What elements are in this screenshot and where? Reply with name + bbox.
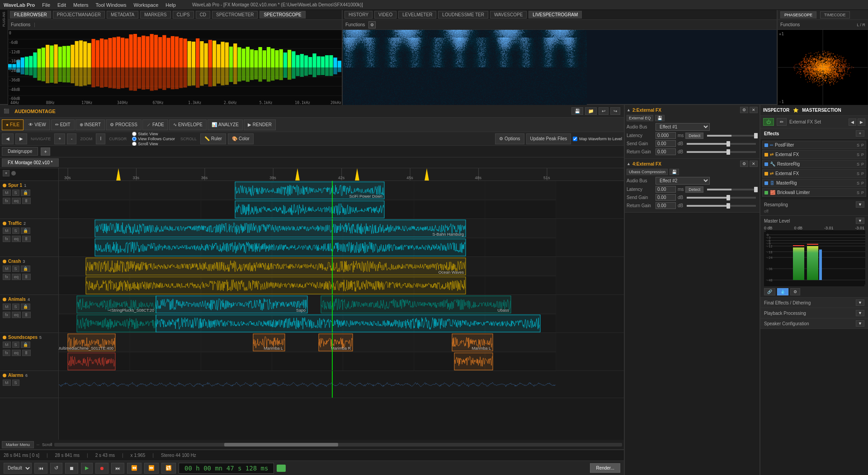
static-view-radio[interactable]: [132, 132, 137, 136]
edit-btn[interactable]: ✏ EDIT: [51, 119, 75, 130]
analysis-functions-label[interactable]: Functions: [345, 22, 365, 27]
phasescope-functions-label[interactable]: Functions: [780, 22, 800, 27]
track-1-solo[interactable]: S: [12, 190, 19, 196]
open-btn[interactable]: 📁: [585, 107, 597, 115]
track-6-solo[interactable]: S: [12, 380, 19, 386]
fx2-settings-btn[interactable]: ⚙: [740, 161, 748, 167]
track-5-mute[interactable]: M: [3, 342, 11, 348]
fx1-detect-btn[interactable]: Detect: [685, 133, 703, 139]
ruler-btn[interactable]: 📏 Ruler: [200, 133, 226, 144]
undo-btn[interactable]: ↩: [599, 107, 609, 115]
map-waveform-option[interactable]: Map Waveform to Level: [573, 137, 622, 141]
fx2-latency-value[interactable]: [656, 186, 676, 193]
record-btn[interactable]: ⏺: [95, 463, 108, 474]
tab-projectmanager[interactable]: PROJECTMANAGER: [53, 11, 105, 19]
effect-restorerig[interactable]: 🔧 RestoreRig S P: [762, 160, 866, 168]
analysis-settings-btn[interactable]: ⚙: [368, 21, 376, 28]
track-4-lane[interactable]: [59, 295, 624, 333]
fx1-sendgain-slider[interactable]: [687, 143, 756, 145]
fx2-eq-btn[interactable]: Ubass Compression: [627, 169, 668, 175]
effect-externalfx1[interactable]: ⇄ External FX S P: [762, 150, 866, 159]
menu-edit[interactable]: Edit: [57, 2, 66, 8]
map-waveform-checkbox[interactable]: [573, 137, 577, 141]
render-btn[interactable]: ▶ RENDER: [244, 119, 276, 130]
scroll-view-option[interactable]: Scroll View: [132, 142, 175, 146]
speaker-config-expand-btn[interactable]: ▼: [856, 320, 864, 327]
track-5-lane[interactable]: [59, 333, 624, 371]
track-5-fx[interactable]: fx: [3, 350, 10, 356]
tab-clips[interactable]: CLIPS: [173, 11, 194, 19]
color-btn[interactable]: 🎨 Color: [228, 133, 254, 144]
tab-phasescope[interactable]: PHASESCOPE: [780, 11, 816, 19]
track-1-eq[interactable]: eq: [12, 198, 21, 204]
track-4-solo[interactable]: S: [12, 304, 19, 310]
master-level-water-btn[interactable]: 💧: [777, 288, 788, 295]
marker-menu-btn[interactable]: Marker Menu: [2, 441, 34, 448]
fx2-sendgain-slider[interactable]: [687, 197, 756, 199]
prev-marker-btn[interactable]: ⏪: [127, 463, 142, 474]
fx2-returngain-value[interactable]: [656, 202, 676, 209]
options-btn[interactable]: ⚙ Options: [495, 133, 524, 144]
back-btn[interactable]: ◀: [2, 133, 14, 144]
playback-processing-header[interactable]: Playback Processing ▼: [760, 308, 868, 318]
effect-masterrig[interactable]: 🎛 MasterRig S P: [762, 179, 866, 187]
tab-timecode[interactable]: TIMECODE: [820, 11, 850, 19]
track-3-eq[interactable]: eq: [12, 274, 21, 280]
zoom-in-btn[interactable]: +: [54, 133, 65, 144]
goto-start-btn[interactable]: ⏮: [34, 463, 47, 474]
fx1-sendgain-value[interactable]: [656, 140, 676, 147]
track-2-solo[interactable]: S: [12, 228, 19, 234]
master-level-link-btn[interactable]: 🔗: [764, 288, 775, 295]
dateigruppe-tab[interactable]: Dateigruppe: [2, 147, 38, 156]
scroll-thumb[interactable]: [224, 443, 338, 446]
effect-postfilter[interactable]: ═ PostFilter S P: [762, 141, 866, 149]
final-effects-header[interactable]: Final Effects / Dithering ▼: [760, 298, 868, 308]
play-btn[interactable]: ▶: [81, 463, 93, 474]
menu-help[interactable]: Help: [165, 2, 176, 8]
fx1-settings-btn[interactable]: ⚙: [740, 107, 748, 113]
track-1-lane[interactable]: [59, 181, 624, 219]
tab-loudnessmeter[interactable]: LOUDNESSME TER: [438, 11, 488, 19]
envelope-btn[interactable]: ∿ ENVELOPE: [169, 119, 207, 130]
track-3-fx[interactable]: fx: [3, 274, 10, 280]
fx1-save-btn[interactable]: 💾: [655, 115, 665, 121]
fx2-close-btn[interactable]: ✕: [750, 161, 758, 167]
cursor-btn[interactable]: I: [96, 133, 105, 144]
track-5-lock[interactable]: 🔒: [21, 342, 30, 348]
track-1-mute[interactable]: M: [3, 190, 11, 196]
master-level-expand-btn[interactable]: ▼: [856, 218, 864, 224]
final-effects-expand-btn[interactable]: ▼: [856, 299, 864, 306]
insert-btn[interactable]: ⊕ INSERT: [75, 119, 105, 130]
tab-history[interactable]: HISTORY: [344, 11, 373, 19]
track-4-pan[interactable]: 🎚: [22, 312, 31, 318]
fx1-returngain-value[interactable]: [656, 148, 676, 155]
add-group-btn[interactable]: +: [41, 147, 50, 156]
zoom-out-btn[interactable]: -: [67, 133, 76, 144]
process-btn[interactable]: ⚙ PROCESS: [106, 119, 142, 130]
fx2-save-btn[interactable]: 💾: [670, 169, 679, 175]
track-2-lane[interactable]: [59, 219, 624, 257]
track-1-lock[interactable]: 🔒: [21, 190, 30, 196]
playback-processing-expand-btn[interactable]: ▼: [856, 310, 864, 316]
menu-workspace[interactable]: Workspace: [133, 2, 158, 8]
track-1-fx[interactable]: fx: [3, 198, 10, 204]
tab-spectrometer[interactable]: SPECTROMETER: [212, 11, 258, 19]
tab-levelmeter[interactable]: LEVELMETER: [398, 11, 436, 19]
goto-end-btn[interactable]: ⏭: [111, 463, 124, 474]
fx2-detect-btn[interactable]: Detect: [685, 186, 703, 193]
view-follows-radio[interactable]: [132, 137, 137, 141]
preset-select[interactable]: Default: [4, 463, 32, 474]
add-track-btn[interactable]: +: [3, 170, 9, 176]
track-4-mute[interactable]: M: [3, 304, 11, 310]
stop-btn[interactable]: ⏹: [65, 463, 78, 474]
track-2-mute[interactable]: M: [3, 228, 11, 234]
fx-set-next-btn[interactable]: ▶: [858, 119, 865, 126]
tab-livespectrogram[interactable]: LIVESPECTROGRAM: [528, 11, 582, 19]
track-4-lock[interactable]: 🔒: [21, 304, 30, 310]
fade-btn[interactable]: ⟋ FADE: [142, 119, 168, 130]
tab-spectroscope[interactable]: SPECTROSCOPE: [259, 11, 305, 19]
track-3-solo[interactable]: S: [12, 266, 19, 272]
tab-markers[interactable]: MARKERS: [140, 11, 170, 19]
track-4-fx[interactable]: fx: [3, 312, 10, 318]
edit-fx-btn[interactable]: ✏: [777, 118, 787, 126]
